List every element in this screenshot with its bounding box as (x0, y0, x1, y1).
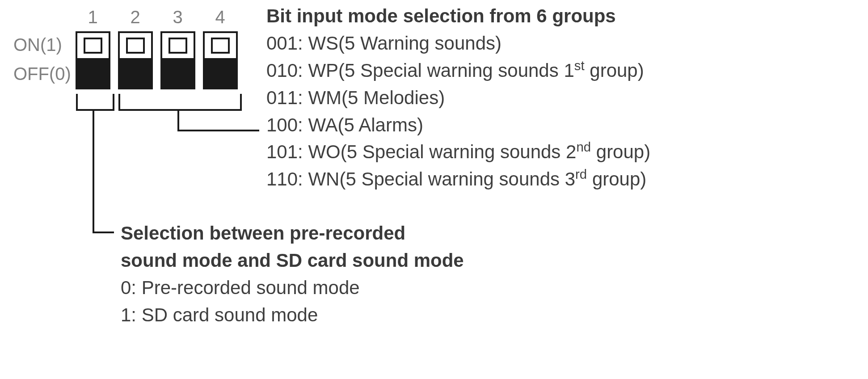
bit-mode-item: 011: WM(5 Melodies) (266, 84, 856, 112)
leader-line (177, 109, 179, 131)
bit-mode-code: 011 (266, 87, 298, 108)
bit-mode-item: 101: WO(5 Special warning sounds 2nd gro… (266, 139, 856, 166)
dip-switch-diagram: 1 2 3 4 ON(1) OFF(0) Bit input mode sele… (0, 0, 868, 379)
leader-line (93, 109, 94, 233)
bit-mode-code: 110 (266, 168, 298, 190)
bit-mode-desc: 5 Special warning sounds 1st group (345, 60, 638, 81)
bit-mode-abbr: WP (308, 60, 338, 81)
bit-mode-code: 101 (266, 141, 298, 162)
bit-mode-desc: 5 Melodies (348, 87, 438, 108)
sound-mode-selection-block: Selection between pre-recorded sound mod… (121, 220, 523, 329)
dip-col-2-label: 2 (114, 7, 156, 29)
dip-switch-block: 1 2 3 4 ON(1) OFF(0) (13, 4, 241, 89)
bit-mode-desc: 5 Alarms (344, 114, 417, 135)
bit-mode-abbr: WN (308, 168, 339, 190)
leader-line (93, 232, 114, 233)
leader-line (177, 130, 259, 131)
sound-mode-code: 0 (121, 277, 131, 298)
bit-mode-abbr: WA (308, 114, 337, 135)
dip-switch-2-off-slot (118, 58, 153, 89)
dip-switch-4-on-slot (203, 31, 238, 58)
dip-switch-1-off-slot (76, 58, 110, 89)
bit-mode-desc: 5 Special warning sounds 3rd group (346, 168, 640, 190)
bit-mode-code: 001 (266, 33, 298, 54)
dip-off-label: OFF(0) (13, 64, 72, 84)
bit-mode-item: 010: WP(5 Special warning sounds 1st gro… (266, 57, 856, 84)
bit-mode-desc: 5 Special warning sounds 2nd group (347, 141, 644, 162)
dip-col-4-label: 4 (199, 7, 241, 29)
bit-mode-abbr: WM (308, 87, 341, 108)
sound-mode-heading-line2: sound mode and SD card sound mode (121, 247, 523, 274)
bit-mode-item: 110: WN(5 Special warning sounds 3rd gro… (266, 166, 856, 193)
dip-col-3-label: 3 (156, 7, 199, 29)
bit-mode-abbr: WO (308, 141, 340, 162)
sound-mode-item: 0: Pre-recorded sound mode (121, 274, 523, 302)
bracket-switches-2-4 (118, 94, 242, 111)
sound-mode-code: 1 (121, 304, 131, 325)
dip-on-label: ON(1) (13, 35, 72, 55)
sound-mode-heading-line1: Selection between pre-recorded (121, 220, 523, 247)
bit-mode-code: 100 (266, 114, 298, 135)
bit-mode-code: 010 (266, 60, 298, 81)
sound-mode-item: 1: SD card sound mode (121, 302, 523, 329)
sound-mode-desc: SD card sound mode (142, 304, 318, 325)
bit-input-mode-heading: Bit input mode selection from 6 groups (266, 3, 856, 30)
bit-input-mode-block: Bit input mode selection from 6 groups 0… (266, 3, 856, 193)
bit-mode-abbr: WS (308, 33, 338, 54)
dip-switch-3-on-slot (160, 31, 195, 58)
dip-switch-1-on-slot (76, 31, 110, 58)
dip-switch-2-on-slot (118, 31, 153, 58)
dip-switch-4-off-slot (203, 58, 238, 89)
dip-switch-3-off-slot (160, 58, 195, 89)
bit-mode-item: 001: WS(5 Warning sounds) (266, 30, 856, 57)
dip-col-1-label: 1 (72, 7, 114, 29)
bit-mode-desc: 5 Warning sounds (345, 33, 495, 54)
bit-mode-item: 100: WA(5 Alarms) (266, 112, 856, 139)
bracket-switch-1 (76, 94, 114, 111)
sound-mode-desc: Pre-recorded sound mode (142, 277, 360, 298)
